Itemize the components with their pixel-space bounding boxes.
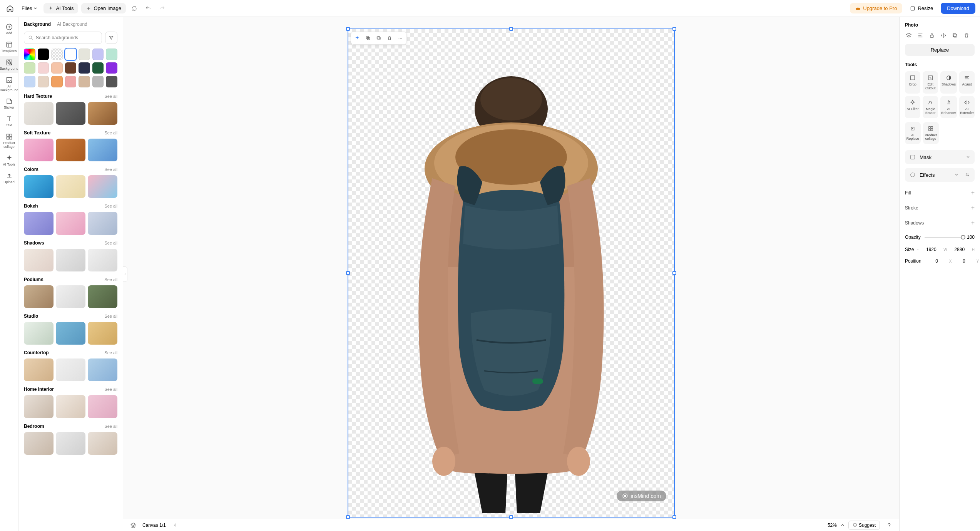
bg-thumb[interactable] — [24, 249, 54, 271]
undo-button[interactable] — [143, 3, 154, 14]
bg-thumb[interactable] — [24, 432, 54, 455]
swatch[interactable] — [24, 49, 35, 60]
bg-thumb[interactable] — [88, 102, 117, 125]
bg-thumb[interactable] — [56, 249, 85, 271]
handle-tm[interactable] — [509, 27, 513, 31]
vrail-templates[interactable]: Templates — [0, 39, 18, 55]
filter-button[interactable] — [105, 32, 117, 44]
tool-edit-cutout[interactable]: Edit Cutout — [923, 71, 938, 94]
layer-tool[interactable] — [363, 34, 373, 43]
chevron-down-icon[interactable] — [841, 523, 845, 527]
swatch[interactable] — [79, 76, 90, 87]
swatch[interactable] — [65, 76, 77, 87]
height-input[interactable] — [950, 247, 969, 252]
vrail-upload[interactable]: Upload — [0, 170, 18, 187]
tool-ai-enhancer[interactable]: AI Enhancer — [940, 96, 957, 118]
link-icon[interactable] — [917, 247, 919, 252]
copy-tool[interactable] — [374, 34, 383, 43]
bg-thumb[interactable] — [88, 395, 117, 418]
align-button[interactable] — [916, 32, 924, 39]
layers-button[interactable] — [128, 520, 139, 531]
swatch[interactable] — [92, 76, 104, 87]
files-dropdown[interactable]: Files — [18, 4, 40, 13]
bg-thumb[interactable] — [56, 175, 85, 198]
vrail-product-collage[interactable]: Product collage — [0, 131, 18, 151]
swatch[interactable] — [106, 76, 117, 87]
lock-button[interactable] — [928, 32, 936, 39]
opacity-knob[interactable] — [961, 235, 965, 240]
stroke-row[interactable]: Stroke+ — [905, 201, 975, 216]
sliders-icon[interactable] — [965, 172, 970, 178]
swatch[interactable] — [38, 62, 49, 74]
pin-button[interactable] — [170, 520, 181, 531]
open-image-button[interactable]: Open Image — [81, 3, 126, 13]
add-stroke[interactable]: + — [971, 204, 975, 211]
resize-button[interactable]: Resize — [906, 3, 937, 13]
sync-button[interactable] — [129, 3, 140, 14]
handle-rm[interactable] — [672, 271, 676, 275]
bg-thumb[interactable] — [88, 175, 117, 198]
bg-thumb[interactable] — [88, 322, 117, 345]
swatch[interactable] — [92, 49, 104, 60]
bg-thumb[interactable] — [56, 395, 85, 418]
redo-button[interactable] — [157, 3, 167, 14]
vrail-ai-tools[interactable]: AI Tools — [0, 152, 18, 169]
bg-thumb[interactable] — [56, 322, 85, 345]
more-tool[interactable] — [396, 34, 405, 43]
swatch[interactable] — [51, 49, 63, 60]
upgrade-button[interactable]: Upgrade to Pro — [850, 3, 902, 13]
bg-thumb[interactable] — [24, 175, 54, 198]
tool-ai-replace[interactable]: AI Replace — [905, 122, 921, 144]
vrail-sticker[interactable]: Sticker — [0, 95, 18, 112]
swatch[interactable] — [79, 49, 90, 60]
swatch[interactable] — [65, 49, 77, 60]
opacity-slider[interactable] — [925, 237, 963, 238]
swatch[interactable] — [38, 76, 49, 87]
see-all-link[interactable]: See all — [104, 94, 117, 99]
see-all-link[interactable]: See all — [104, 241, 117, 245]
shadows-row[interactable]: Shadows+ — [905, 216, 975, 231]
swatch[interactable] — [65, 62, 77, 74]
width-input[interactable] — [922, 247, 940, 252]
see-all-link[interactable]: See all — [104, 277, 117, 282]
bg-thumb[interactable] — [88, 358, 117, 381]
see-all-link[interactable]: See all — [104, 167, 117, 172]
see-all-link[interactable]: See all — [104, 204, 117, 208]
suggest-button[interactable]: Suggest — [848, 521, 880, 530]
bg-thumb[interactable] — [88, 432, 117, 455]
ai-tools-button[interactable]: AI Tools — [43, 3, 78, 13]
swatch[interactable] — [24, 62, 35, 74]
bg-thumb[interactable] — [88, 249, 117, 271]
layer-order-button[interactable] — [905, 32, 913, 39]
vrail-ai-background[interactable]: AI Background — [0, 74, 18, 95]
add-fill[interactable]: + — [971, 189, 975, 196]
vrail-add[interactable]: Add — [0, 21, 18, 38]
bg-thumb[interactable] — [56, 212, 85, 235]
swatch[interactable] — [24, 76, 35, 87]
bg-thumb[interactable] — [56, 432, 85, 455]
bg-thumb[interactable] — [24, 358, 54, 381]
bg-thumb[interactable] — [56, 139, 85, 161]
replace-button[interactable]: Replace — [905, 44, 975, 56]
vrail-text[interactable]: Text — [0, 113, 18, 130]
tab-background[interactable]: Background — [24, 22, 51, 27]
zoom-level[interactable]: 52% — [828, 523, 837, 528]
bg-thumb[interactable] — [88, 285, 117, 308]
home-button[interactable] — [5, 3, 15, 14]
bg-thumb[interactable] — [24, 395, 54, 418]
effects-row[interactable]: Effects — [905, 168, 975, 182]
bg-thumb[interactable] — [88, 139, 117, 161]
bg-thumb[interactable] — [24, 285, 54, 308]
sparkle-tool[interactable] — [353, 34, 362, 43]
swatch[interactable] — [106, 62, 117, 74]
see-all-link[interactable]: See all — [104, 350, 117, 355]
tool-magic-eraser[interactable]: Magic Eraser — [923, 96, 938, 118]
duplicate-button[interactable] — [951, 32, 959, 39]
bg-thumb[interactable] — [24, 212, 54, 235]
collapse-left-panel[interactable]: ‹ — [123, 266, 127, 282]
vrail-background[interactable]: Background — [0, 56, 18, 73]
delete-tool[interactable] — [385, 34, 394, 43]
y-input[interactable] — [955, 258, 973, 264]
canvas-area[interactable]: ‹ — [123, 17, 899, 531]
see-all-link[interactable]: See all — [104, 131, 117, 135]
